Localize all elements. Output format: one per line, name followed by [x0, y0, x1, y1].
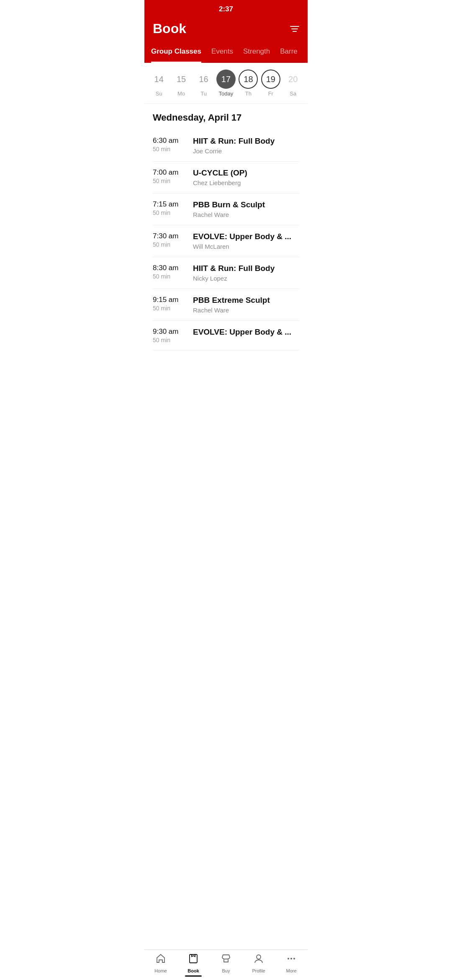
class-info-3: PBB Burn & Sculpt Rachel Ware	[193, 200, 299, 218]
date-heading: Wednesday, April 17	[153, 104, 299, 130]
class-info-6: PBB Extreme Sculpt Rachel Ware	[193, 296, 299, 314]
date-num-16: 16	[194, 70, 213, 89]
date-20[interactable]: 20 Sa	[283, 70, 303, 97]
date-num-18: 18	[239, 70, 258, 89]
date-15[interactable]: 15 Mo	[171, 70, 191, 97]
class-info-7: EVOLVE: Upper Body & ...	[193, 328, 299, 338]
date-num-15: 15	[172, 70, 191, 89]
date-17[interactable]: 17 Today	[216, 70, 236, 97]
date-num-17: 17	[216, 70, 236, 89]
class-item-5[interactable]: 8:30 am 50 min HIIT & Run: Full Body Nic…	[153, 257, 299, 289]
date-picker: 14 Su 15 Mo 16 Tu 17 Today 18 Th 19 Fr 2…	[144, 63, 308, 104]
date-num-20: 20	[283, 70, 303, 89]
class-info-5: HIIT & Run: Full Body Nicky Lopez	[193, 264, 299, 282]
class-time-7: 9:30 am 50 min	[153, 328, 186, 343]
status-time: 2:37	[219, 5, 233, 13]
header: Book	[144, 17, 308, 43]
filter-line-2	[291, 28, 298, 29]
date-label-16: Tu	[200, 90, 207, 97]
filter-line-3	[293, 31, 297, 32]
date-num-19: 19	[261, 70, 280, 89]
class-info-4: EVOLVE: Upper Body & ... Will McLaren	[193, 232, 299, 250]
class-time-5: 8:30 am 50 min	[153, 264, 186, 280]
date-num-14: 14	[149, 70, 169, 89]
tab-strength[interactable]: Strength	[243, 43, 270, 63]
class-time-3: 7:15 am 50 min	[153, 200, 186, 216]
class-time-6: 9:15 am 50 min	[153, 296, 186, 312]
class-item-6[interactable]: 9:15 am 50 min PBB Extreme Sculpt Rachel…	[153, 289, 299, 321]
class-time-4: 7:30 am 50 min	[153, 232, 186, 248]
filter-line-1	[290, 26, 299, 27]
status-bar: 2:37	[144, 0, 308, 17]
class-item-2[interactable]: 7:00 am 50 min U-CYCLE (OP) Chez Liebenb…	[153, 162, 299, 193]
main-content: Wednesday, April 17 6:30 am 50 min HIIT …	[144, 104, 308, 384]
tab-events[interactable]: Events	[211, 43, 233, 63]
category-tabs: Group Classes Events Strength Barre	[144, 43, 308, 63]
class-item-1[interactable]: 6:30 am 50 min HIIT & Run: Full Body Joe…	[153, 130, 299, 162]
class-time-1: 6:30 am 50 min	[153, 137, 186, 152]
date-14[interactable]: 14 Su	[149, 70, 169, 97]
date-label-18: Th	[245, 90, 252, 97]
filter-button[interactable]	[290, 26, 299, 32]
page-title: Book	[153, 21, 186, 36]
date-18[interactable]: 18 Th	[238, 70, 258, 97]
class-item-7[interactable]: 9:30 am 50 min EVOLVE: Upper Body & ...	[153, 321, 299, 351]
tab-barre[interactable]: Barre	[280, 43, 298, 63]
date-label-19: Fr	[268, 90, 273, 97]
class-time-2: 7:00 am 50 min	[153, 168, 186, 184]
class-info-2: U-CYCLE (OP) Chez Liebenberg	[193, 168, 299, 186]
class-item-4[interactable]: 7:30 am 50 min EVOLVE: Upper Body & ... …	[153, 225, 299, 257]
date-label-15: Mo	[177, 90, 185, 97]
tab-group-classes[interactable]: Group Classes	[151, 43, 201, 63]
class-info-1: HIIT & Run: Full Body Joe Corrie	[193, 137, 299, 155]
date-16[interactable]: 16 Tu	[194, 70, 214, 97]
date-label-17: Today	[219, 90, 234, 97]
date-label-20: Sa	[290, 90, 296, 97]
date-label-14: Su	[156, 90, 162, 97]
class-item-3[interactable]: 7:15 am 50 min PBB Burn & Sculpt Rachel …	[153, 193, 299, 225]
date-19[interactable]: 19 Fr	[261, 70, 281, 97]
